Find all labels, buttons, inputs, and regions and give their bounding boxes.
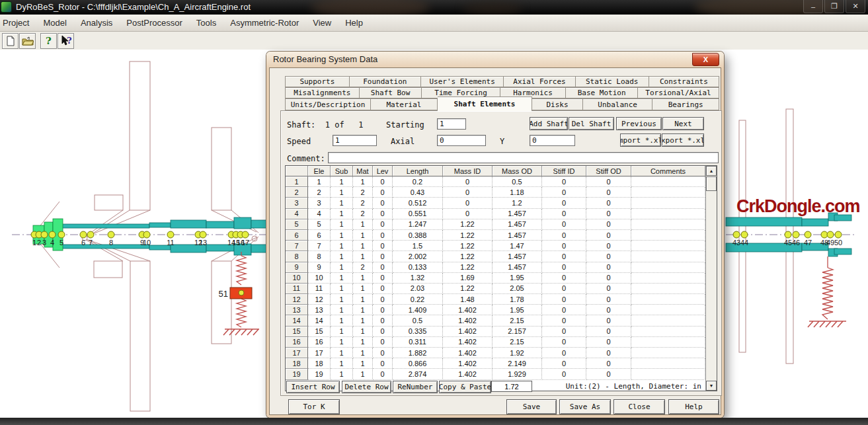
table-cell[interactable]: 0 bbox=[443, 176, 493, 187]
table-cell[interactable]: 0.311 bbox=[393, 337, 443, 348]
table-cell[interactable] bbox=[631, 273, 705, 284]
table-cell[interactable] bbox=[631, 315, 705, 326]
scroll-thumb[interactable] bbox=[706, 176, 717, 191]
table-cell[interactable] bbox=[631, 209, 705, 219]
table-cell[interactable]: 0 bbox=[373, 369, 393, 379]
table-cell[interactable]: 0 bbox=[542, 315, 586, 326]
tab-base-motion[interactable]: Base Motion bbox=[566, 87, 638, 98]
table-cell[interactable]: 0 bbox=[586, 315, 631, 326]
table-cell[interactable]: 0 bbox=[586, 337, 631, 348]
tab-misalignments[interactable]: Misalignments bbox=[285, 87, 360, 98]
table-scrollbar[interactable]: ▲ ▼ bbox=[705, 166, 717, 391]
table-cell[interactable]: 0.5 bbox=[493, 176, 542, 187]
tab-units-description[interactable]: Units/Description bbox=[285, 98, 371, 110]
save-button[interactable]: Save bbox=[506, 399, 557, 414]
table-cell[interactable]: 0 bbox=[586, 187, 631, 198]
table-cell[interactable]: 0 bbox=[373, 305, 393, 315]
minimize-button[interactable]: – bbox=[803, 0, 823, 13]
table-cell[interactable] bbox=[631, 284, 705, 294]
copy-paste-button[interactable]: Copy & Paste bbox=[439, 381, 491, 393]
table-cell[interactable]: 1.95 bbox=[493, 305, 542, 315]
table-cell[interactable]: 1.402 bbox=[443, 315, 493, 326]
table-cell[interactable]: 0.133 bbox=[393, 262, 443, 273]
comment-input[interactable] bbox=[328, 152, 719, 163]
menu-model[interactable]: Model bbox=[42, 17, 67, 29]
context-help-button[interactable]: ? bbox=[58, 33, 74, 49]
table-cell[interactable]: 1 bbox=[331, 337, 353, 348]
tab-disks[interactable]: Disks bbox=[532, 98, 583, 110]
table-cell[interactable]: 0 bbox=[373, 251, 393, 262]
del-shaft-button[interactable]: Del Shaft bbox=[569, 117, 614, 130]
table-cell[interactable]: 0 bbox=[443, 198, 493, 208]
menu-asymmetric-rotor[interactable]: Asymmetric-Rotor bbox=[229, 17, 300, 29]
table-cell[interactable]: 2 bbox=[353, 187, 373, 198]
table-cell[interactable]: 0 bbox=[542, 262, 586, 273]
table-cell[interactable]: 0 bbox=[586, 251, 631, 262]
table-cell[interactable]: 0 bbox=[542, 251, 586, 262]
renumber-button[interactable]: ReNumber bbox=[393, 381, 438, 393]
row-header[interactable]: 6 bbox=[286, 230, 308, 241]
tab-constraints[interactable]: Constraints bbox=[649, 76, 719, 87]
table-cell[interactable]: 1.78 bbox=[493, 294, 542, 305]
table-cell[interactable] bbox=[631, 251, 705, 262]
table-cell[interactable]: 2.15 bbox=[493, 315, 542, 326]
table-cell[interactable]: 0 bbox=[373, 209, 393, 219]
table-cell[interactable]: 1.457 bbox=[493, 262, 542, 273]
table-cell[interactable]: 1 bbox=[331, 187, 353, 198]
table-cell[interactable]: 1.22 bbox=[443, 230, 493, 241]
table-cell[interactable]: 1 bbox=[353, 241, 373, 251]
table-cell[interactable]: 0 bbox=[586, 273, 631, 284]
table-cell[interactable]: 1.69 bbox=[443, 273, 493, 284]
table-cell[interactable]: 0 bbox=[373, 262, 393, 273]
tor-k-button[interactable]: Tor K bbox=[288, 399, 340, 414]
table-cell[interactable]: 0 bbox=[542, 209, 586, 219]
table-cell[interactable]: 1.5 bbox=[393, 241, 443, 251]
table-cell[interactable]: 1 bbox=[353, 315, 373, 326]
table-cell[interactable]: 16 bbox=[308, 337, 331, 348]
table-cell[interactable]: 0 bbox=[542, 198, 586, 208]
axial-input[interactable] bbox=[437, 135, 486, 146]
table-cell[interactable]: 2 bbox=[353, 198, 373, 208]
table-cell[interactable]: 0 bbox=[373, 241, 393, 251]
table-cell[interactable]: 2 bbox=[353, 209, 373, 219]
table-cell[interactable]: 0 bbox=[542, 230, 586, 241]
table-cell[interactable]: 0 bbox=[373, 284, 393, 294]
table-cell[interactable]: 9 bbox=[308, 262, 331, 273]
table-cell[interactable]: 0 bbox=[586, 305, 631, 315]
delete-row-button[interactable]: Delete Row bbox=[342, 381, 391, 393]
tab-axial-forces[interactable]: Axial Forces bbox=[504, 76, 575, 87]
table-cell[interactable]: 0 bbox=[542, 284, 586, 294]
table-cell[interactable]: 1 bbox=[308, 176, 331, 187]
table-cell[interactable]: 1 bbox=[331, 219, 353, 230]
menu-tools[interactable]: Tools bbox=[195, 17, 217, 29]
table-cell[interactable]: 1 bbox=[353, 251, 373, 262]
table-cell[interactable]: 8 bbox=[308, 251, 331, 262]
table-cell[interactable]: 1 bbox=[353, 176, 373, 187]
table-cell[interactable]: 0 bbox=[542, 294, 586, 305]
table-cell[interactable] bbox=[631, 305, 705, 315]
table-cell[interactable]: 2.15 bbox=[493, 337, 542, 348]
table-cell[interactable]: 1 bbox=[353, 219, 373, 230]
table-cell[interactable]: 1.18 bbox=[493, 187, 542, 198]
table-cell[interactable]: 1 bbox=[353, 305, 373, 315]
row-header[interactable]: 15 bbox=[286, 327, 308, 337]
table-cell[interactable]: 1 bbox=[331, 273, 353, 284]
table-cell[interactable]: 1.402 bbox=[443, 358, 493, 369]
table-cell[interactable] bbox=[631, 294, 705, 305]
table-cell[interactable]: 0 bbox=[586, 348, 631, 358]
table-cell[interactable]: 1.402 bbox=[443, 348, 493, 358]
table-cell[interactable]: 0 bbox=[586, 358, 631, 369]
new-document-button[interactable] bbox=[2, 33, 19, 49]
table-cell[interactable]: 0 bbox=[542, 305, 586, 315]
table-cell[interactable]: 1 bbox=[331, 327, 353, 337]
table-cell[interactable]: 0 bbox=[586, 241, 631, 251]
table-cell[interactable] bbox=[631, 348, 705, 358]
table-cell[interactable]: 0 bbox=[542, 348, 586, 358]
table-cell[interactable]: 1.402 bbox=[443, 305, 493, 315]
row-header[interactable]: 2 bbox=[286, 187, 308, 198]
table-cell[interactable]: 1 bbox=[331, 348, 353, 358]
table-cell[interactable]: 1 bbox=[353, 337, 373, 348]
table-cell[interactable]: 1.95 bbox=[493, 273, 542, 284]
table-cell[interactable]: 0 bbox=[373, 337, 393, 348]
table-cell[interactable]: 1.32 bbox=[393, 273, 443, 284]
